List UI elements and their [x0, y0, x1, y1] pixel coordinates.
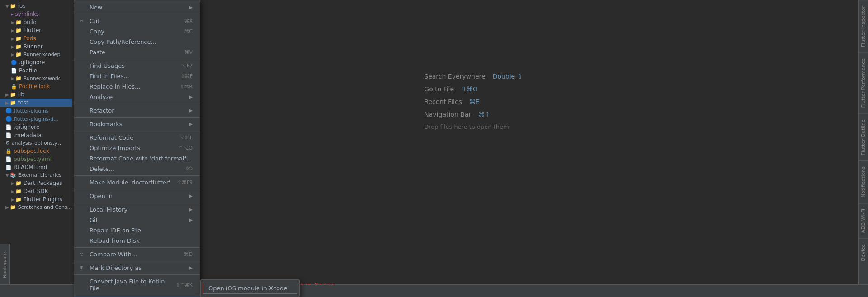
menu-item-repair-ide[interactable]: Repair IDE on File [74, 225, 200, 236]
menu-item-new[interactable]: New ▶ [74, 2, 200, 13]
tree-item-dart-packages[interactable]: ▶ 📁 Dart Packages [0, 179, 72, 187]
menu-label-bookmarks: Bookmarks [90, 121, 185, 127]
tree-item-build[interactable]: ▶ 📁 build [0, 18, 72, 26]
menu-item-reload-disk[interactable]: Reload from Disk [74, 236, 200, 246]
right-panel-flutter-outline[interactable]: Flutter Outline [859, 113, 868, 161]
tree-arrow-lib: ▶ [5, 92, 9, 97]
right-panel-label-flutter-performance: Flutter Performance [860, 58, 866, 108]
menu-item-git[interactable]: Git ▶ [74, 215, 200, 225]
right-panel-flutter-inspector[interactable]: Flutter Inspector [859, 0, 868, 52]
menu-label-new: New [90, 4, 185, 11]
folder-icon-ext-libs: 📚 [10, 172, 16, 178]
folder-icon-dart-sdk: 📁 [15, 189, 22, 194]
tree-label-lib: lib [18, 91, 24, 98]
submenu-item-open-ios-xcode[interactable]: Open iOS module in Xcode [203, 283, 297, 294]
tree-item-runner[interactable]: ▶ 📁 Runner [0, 42, 72, 51]
menu-item-replace-in-files[interactable]: Replace in Files... ⇧⌘R [74, 81, 200, 92]
tree-label-dart-sdk: Dart SDK [24, 188, 48, 194]
tree-item-readme[interactable]: 📄 README.md [0, 163, 72, 171]
tree-item-scratches[interactable]: ▶ 📁 Scratches and Cons... [0, 203, 72, 211]
menu-item-copy[interactable]: Copy ⌘C [74, 26, 200, 37]
menu-item-copy-path[interactable]: Copy Path/Reference... [74, 37, 200, 47]
tree-item-flutter-plugins[interactable]: 🔵 .flutter-plugins [0, 107, 72, 115]
menu-item-open-in[interactable]: Open In ▶ [74, 191, 200, 201]
right-panel-device[interactable]: Device [859, 238, 868, 267]
menu-shortcut-optimize-imports: ^⌥O [179, 145, 193, 151]
hint-recent-files-shortcut: ⌘E [469, 98, 480, 105]
file-icon-analysis: ⚙ [5, 140, 10, 146]
tree-item-test[interactable]: ▶ 📁 test [0, 99, 72, 107]
right-panel-label-device: Device [860, 244, 866, 261]
right-panel-label-adb-wifi: ADB Wi-Fi [860, 209, 866, 233]
separator-11 [74, 274, 200, 275]
menu-item-paste[interactable]: Paste ⌘V [74, 47, 200, 57]
folder-icon-test: 📁 [10, 100, 16, 106]
menu-arrow-open-in: ▶ [189, 193, 193, 199]
tree-item-metadata[interactable]: 📄 .metadata [0, 131, 72, 139]
tree-item-lib[interactable]: ▶ 📁 lib [0, 90, 72, 99]
right-panel-notifications[interactable]: Notifications [859, 160, 868, 203]
tree-item-flutter-plugins-d[interactable]: 🔵 .flutter-plugins-d... [0, 115, 72, 123]
menu-shortcut-reformat-code: ⌥⌘L [179, 135, 193, 141]
tree-item-runner-xcodeproj[interactable]: ▶ 📁 Runner.xcodep [0, 51, 72, 58]
tree-item-gitignore-root[interactable]: 📄 .gitignore [0, 123, 72, 131]
menu-item-find-in-files[interactable]: Find in Files... ⇧⌘F [74, 71, 200, 81]
menu-item-refactor[interactable]: Refactor ▶ [74, 105, 200, 116]
separator-10 [74, 261, 200, 261]
folder-icon-ios: 📁 [10, 3, 16, 9]
menu-item-cut[interactable]: ✂ Cut ⌘X [74, 16, 200, 26]
file-icon-pubspecyaml: 📄 [5, 156, 12, 162]
menu-shortcut-replace-in-files: ⇧⌘R [180, 84, 193, 90]
tree-item-flutter-plugins-lib[interactable]: ▶ 📁 Flutter Plugins [0, 195, 72, 203]
tree-item-pubspec-yaml[interactable]: 📄 pubspec.yaml [0, 155, 72, 163]
folder-icon-pods: 📁 [15, 36, 22, 42]
menu-item-reformat-code[interactable]: Reformat Code ⌥⌘L [74, 132, 200, 143]
menu-item-convert-kotlin[interactable]: Convert Java File to Kotlin File ⇧^⌘K [74, 276, 200, 293]
tree-label-runner: Runner [24, 43, 43, 50]
menu-label-make-module: Make Module 'doctorflutter' [90, 179, 177, 186]
tree-item-podfile[interactable]: 📄 Podfile [0, 66, 72, 75]
menu-item-delete[interactable]: Delete... ⌦ [74, 164, 200, 174]
tree-item-xcworkspace[interactable]: ▶ 📁 Runner.xcwork [0, 75, 72, 82]
menu-label-reload-disk: Reload from Disk [90, 237, 193, 244]
menu-item-reformat-dart[interactable]: Reformat Code with 'dart format'... [74, 153, 200, 164]
tree-item-podfile-lock[interactable]: 🔒 Podfile.lock [0, 82, 72, 90]
menu-item-find-usages[interactable]: Find Usages ⌥F7 [74, 61, 200, 71]
tree-item-gitignore-ios[interactable]: 🔵 .gitignore [0, 58, 72, 66]
menu-item-make-module[interactable]: Make Module 'doctorflutter' ⇧⌘F9 [74, 177, 200, 188]
tree-item-pods[interactable]: ▶ 📁 Pods [0, 34, 72, 42]
separator-1 [74, 14, 200, 14]
tree-item-pubspec-lock[interactable]: 🔒 pubspec.lock [0, 147, 72, 155]
tree-label-pubspecyaml: pubspec.yaml [14, 156, 52, 162]
tree-label-podfilelock: Podfile.lock [19, 83, 50, 90]
menu-item-optimize-imports[interactable]: Optimize Imports ^⌥O [74, 143, 200, 153]
menu-item-bookmarks[interactable]: Bookmarks ▶ [74, 119, 200, 129]
tree-item-dart-sdk[interactable]: ▶ 📁 Dart SDK [0, 187, 72, 195]
menu-label-reformat-code: Reformat Code [90, 134, 179, 141]
tree-item-ios[interactable]: ▼ 📁 ios [0, 2, 72, 10]
menu-shortcut-delete: ⌦ [185, 166, 193, 172]
tree-arrow-flutter: ▶ [11, 28, 14, 33]
tree-label-xcodeproj: Runner.xcodep [24, 52, 61, 57]
tree-arrow-scratches: ▶ [5, 205, 9, 210]
tree-label-flutter-plugins-d: .flutter-plugins-d... [12, 116, 58, 122]
separator-2 [74, 59, 200, 59]
tree-item-symlinks[interactable]: ▸ symlinks [0, 10, 72, 18]
hint-nav-bar-shortcut: ⌘↑ [478, 110, 490, 118]
menu-item-compare-with[interactable]: ⊜ Compare With... ⌘D [74, 249, 200, 259]
bookmarks-tab[interactable]: Bookmarks [0, 244, 10, 284]
folder-icon-runner: 📁 [15, 44, 22, 50]
tree-item-flutter-folder[interactable]: ▶ 📁 Flutter [0, 26, 72, 34]
tree-item-analysis[interactable]: ⚙ analysis_options.y... [0, 139, 72, 147]
menu-item-local-history[interactable]: Local History ▶ [74, 204, 200, 215]
menu-item-mark-directory[interactable]: ⊕ Mark Directory as ▶ [74, 263, 200, 273]
right-panel-adb-wifi[interactable]: ADB Wi-Fi [859, 203, 868, 238]
tree-label-metadata: .metadata [14, 132, 42, 138]
menu-arrow-git: ▶ [189, 217, 193, 223]
menu-arrow-refactor: ▶ [189, 108, 193, 113]
hint-search-everywhere-shortcut: Double ⇧ [493, 72, 523, 80]
tree-label-ext-libs: External Libraries [18, 172, 62, 178]
menu-item-analyze[interactable]: Analyze ▶ [74, 92, 200, 102]
tree-item-ext-libs[interactable]: ▼ 📚 External Libraries [0, 171, 72, 179]
right-panel-flutter-performance[interactable]: Flutter Performance [859, 52, 868, 113]
